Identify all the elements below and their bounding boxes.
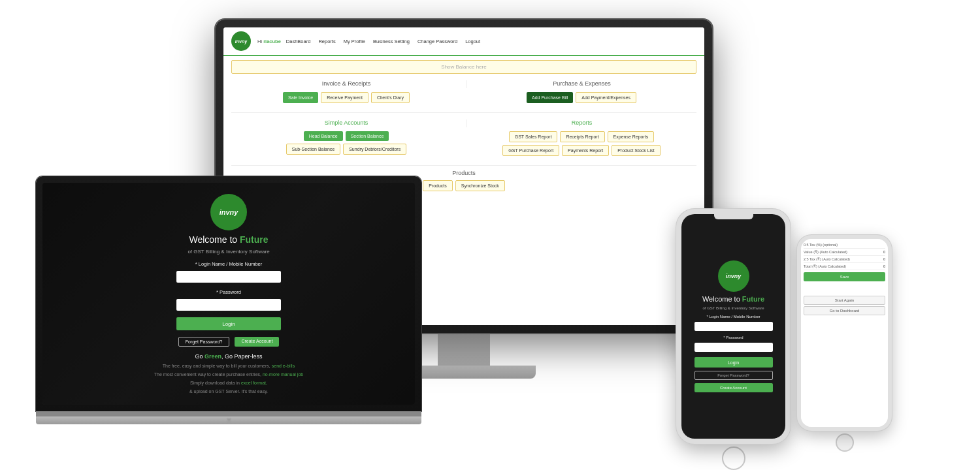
laptop-bottom: ⌘ <box>36 416 421 424</box>
synchronize-stock-btn[interactable]: Synchronize Stock <box>455 180 505 191</box>
laptop-logo: invny <box>210 194 247 230</box>
products-btn[interactable]: Products <box>423 180 453 191</box>
reports-row1: GST Sales Report Receipts Report Expense… <box>466 131 696 142</box>
laptop-forget-btn[interactable]: Forget Password? <box>178 337 230 347</box>
purchase-title: Purchase & Expenses <box>466 80 696 88</box>
nav-logout[interactable]: Logout <box>463 37 483 46</box>
laptop-subtitle: of GST Billing & Inventory Software <box>188 249 269 255</box>
laptop-create-btn[interactable]: Create Account <box>235 337 279 347</box>
nav-myprofile[interactable]: My Profile <box>341 37 368 46</box>
phone-right-row-1: Value (₹) (Auto Calculated) 0 <box>804 249 885 256</box>
nav-business-setting[interactable]: Business Setting <box>370 37 412 46</box>
add-payment-expenses-btn[interactable]: Add Payment/Expenses <box>576 92 636 103</box>
laptop-login-btn[interactable]: Login <box>176 317 281 330</box>
laptop-desc3: Simply download data in excel format, <box>190 381 267 385</box>
nav-reports[interactable]: Reports <box>316 37 338 46</box>
laptop-desc2: The most convenient way to create purcha… <box>154 372 303 377</box>
laptop-welcome: Welcome to Future <box>189 234 268 245</box>
gst-sales-report-btn[interactable]: GST Sales Report <box>509 131 558 142</box>
sub-section-balance-btn[interactable]: Sub-Section Balance <box>286 144 340 155</box>
receive-payment-btn[interactable]: Receive Payment <box>321 92 368 103</box>
monitor-accounts-reports: Simple Accounts Head Balance Section Bal… <box>223 117 704 161</box>
simple-accounts-title: Simple Accounts <box>231 119 461 127</box>
receipts-report-btn[interactable]: Receipts Report <box>560 131 604 142</box>
phone-right: 0.5 Tax (%) (optional) Value (₹) (Auto C… <box>797 235 892 457</box>
phone-right-frame: 0.5 Tax (%) (optional) Value (₹) (Auto C… <box>797 235 892 431</box>
laptop-login-name-label: * Login Name / Mobile Number <box>195 261 263 267</box>
products-title: Products <box>229 170 699 176</box>
phone-left-forget-btn[interactable]: Forget Password? <box>694 371 773 380</box>
phone-left: invny Welcome to Future of GST Billing &… <box>676 209 791 463</box>
payments-report-btn[interactable]: Payments Report <box>562 145 609 156</box>
invoice-btns: Sale Invoice Receive Payment Client's Di… <box>231 92 461 103</box>
phone-left-password-label: * Password <box>723 336 743 339</box>
laptop-green-span: Green <box>204 353 221 360</box>
divider-2 <box>231 165 696 166</box>
reports-row2: GST Purchase Report Payments Report Prod… <box>466 145 696 156</box>
monitor-purchase-col: Purchase & Expenses Add Purchase Bill Ad… <box>464 78 699 108</box>
laptop-welcome-highlight: Future <box>240 234 269 245</box>
phone-right-screen: 0.5 Tax (%) (optional) Value (₹) (Auto C… <box>801 239 888 427</box>
monitor-reports-col: Reports GST Sales Report Receipts Report… <box>464 117 699 161</box>
phone-right-home-btn[interactable] <box>836 433 854 452</box>
phone-left-notch <box>714 214 753 219</box>
section-balance-btn[interactable]: Section Balance <box>346 131 389 141</box>
phone-left-subtitle: of GST Billing & Inventory Software <box>703 306 764 310</box>
laptop-hinge <box>36 411 421 416</box>
phone-left-logo: invny <box>718 260 749 292</box>
expense-reports-btn[interactable]: Expense Reports <box>608 131 655 142</box>
laptop-password-label: * Password <box>216 289 241 295</box>
product-stock-list-btn[interactable]: Product Stock List <box>612 145 660 156</box>
phone-left-screen: invny Welcome to Future of GST Billing &… <box>681 214 785 439</box>
laptop-frame: invny Welcome to Future of GST Billing &… <box>36 176 421 411</box>
laptop-action-btns: Forget Password? Create Account <box>178 337 280 347</box>
laptop-screen: invny Welcome to Future of GST Billing &… <box>42 183 415 405</box>
accounts-row2: Sub-Section Balance Sundry Debtors/Credi… <box>231 144 461 155</box>
sale-invoice-btn[interactable]: Sale Invoice <box>283 92 318 103</box>
divider-1 <box>231 112 696 113</box>
monitor-invoice-col: Invoice & Receipts Sale Invoice Receive … <box>229 78 464 108</box>
sundry-debtors-btn[interactable]: Sundry Debtors/Creditors <box>343 144 406 155</box>
monitor-greeting: Hi riacube <box>257 39 281 44</box>
monitor-banner: Show Balance here <box>231 60 696 74</box>
accounts-row1: Head Balance Section Balance <box>231 131 461 141</box>
monitor-invoice-purchase: Invoice & Receipts Sale Invoice Receive … <box>223 78 704 108</box>
monitor-accounts-col: Simple Accounts Head Balance Section Bal… <box>229 117 464 161</box>
monitor-nav: invny Hi riacube DashBoard Reports My Pr… <box>223 27 704 56</box>
monitor-logo: invny <box>231 31 251 51</box>
phone-left-login-label: * Login Name / Mobile Number <box>706 315 760 319</box>
monitor-username: riacube <box>263 39 281 44</box>
phone-right-row-2: 2.5 Tax (₹) (Auto Calculated) 0 <box>804 256 885 263</box>
phone-right-start-again-btn[interactable]: Start Again <box>804 296 885 305</box>
laptop-desc4: & upload on GST Server. It's that easy. <box>189 389 268 394</box>
head-balance-btn[interactable]: Head Balance <box>304 131 343 141</box>
laptop: invny Welcome to Future of GST Billing &… <box>36 176 421 457</box>
phone-left-password-input[interactable] <box>694 343 773 352</box>
invoice-title: Invoice & Receipts <box>231 80 461 88</box>
phone-right-save-btn[interactable]: Save <box>804 272 885 281</box>
phone-left-create-btn[interactable]: Create Account <box>694 383 773 392</box>
nav-dashboard[interactable]: DashBoard <box>284 37 314 46</box>
phone-left-welcome: Welcome to Future <box>702 295 764 303</box>
phone-right-dashboard-btn[interactable]: Go to Dashboard <box>804 306 885 315</box>
gst-purchase-report-btn[interactable]: GST Purchase Report <box>502 145 559 156</box>
laptop-go-green: Go Green, Go Paper-less <box>195 353 262 360</box>
phone-left-login-input[interactable] <box>694 322 773 331</box>
phone-left-home-btn[interactable] <box>722 446 745 470</box>
clients-diary-btn[interactable]: Client's Diary <box>371 92 410 103</box>
purchase-btns: Add Purchase Bill Add Payment/Expenses <box>466 92 696 103</box>
laptop-login-input[interactable] <box>176 271 281 283</box>
laptop-content: invny Welcome to Future of GST Billing &… <box>42 183 415 405</box>
laptop-password-input[interactable] <box>176 299 281 311</box>
nav-change-password[interactable]: Change Password <box>415 37 460 46</box>
phone-right-row-3: Total (₹) (Auto Calculated) 0 <box>804 263 885 270</box>
add-purchase-bill-btn[interactable]: Add Purchase Bill <box>527 92 573 103</box>
laptop-desc1: The free, easy and simple way to bill yo… <box>163 364 295 368</box>
monitor-stand-neck <box>438 333 490 366</box>
phone-right-row-0: 0.5 Tax (%) (optional) <box>804 242 885 249</box>
phone-left-frame: invny Welcome to Future of GST Billing &… <box>676 209 791 444</box>
reports-title: Reports <box>466 119 696 127</box>
phone-left-login-btn[interactable]: Login <box>694 357 773 368</box>
